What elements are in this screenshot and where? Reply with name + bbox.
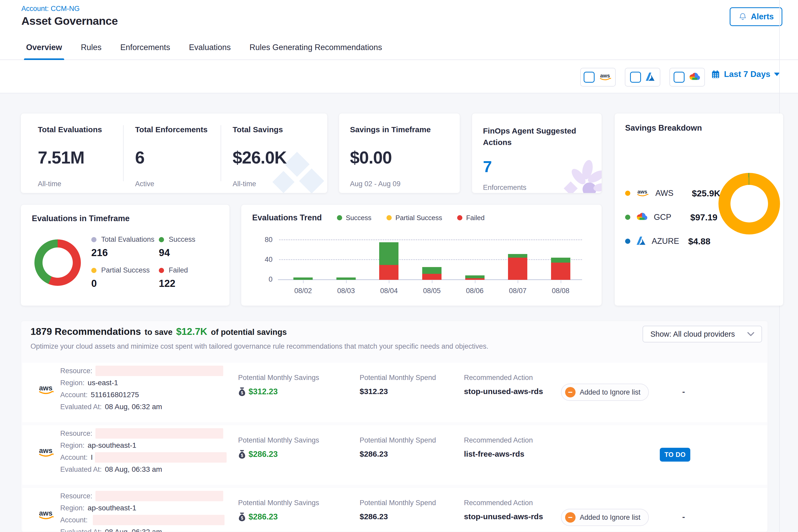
gcp-savings-value: $97.19 bbox=[690, 212, 717, 223]
money-bag-icon: $ bbox=[238, 512, 246, 521]
bell-icon bbox=[738, 12, 747, 21]
money-bag-icon: $ bbox=[238, 450, 246, 459]
bar-failed bbox=[379, 265, 398, 280]
failed-dot bbox=[159, 268, 164, 273]
azure-checkbox[interactable] bbox=[630, 72, 641, 83]
savings-timeframe-sub: Aug 02 - Aug 09 bbox=[350, 180, 454, 188]
total-savings-label: Total Savings bbox=[233, 125, 316, 134]
evaluations-in-timeframe-card: Evaluations in Timeframe Total Evaluatio… bbox=[21, 205, 229, 306]
total-evaluations-label: Total Evaluations bbox=[38, 125, 116, 134]
added-to-ignore-list-chip[interactable]: − Added to Ignore list bbox=[561, 384, 649, 401]
asset-governance-page: Account: CCM-NG Asset Governance Alerts … bbox=[0, 0, 798, 532]
recommended-action: Recommended Action list-free-aws-rds bbox=[464, 436, 533, 458]
bar-failed bbox=[508, 258, 527, 280]
tab-evaluations[interactable]: Evaluations bbox=[189, 35, 230, 60]
x-axis-tick bbox=[475, 280, 475, 283]
total-savings-sub: All-time bbox=[233, 180, 316, 188]
potential-monthly-savings: Potential Monthly Savings $$312.23 bbox=[238, 374, 319, 396]
added-to-ignore-list-chip[interactable]: − Added to Ignore list bbox=[561, 509, 649, 526]
savings-label: Potential Monthly Savings bbox=[238, 436, 319, 444]
finops-sub: Enforcements bbox=[483, 184, 577, 192]
region-label: Region: bbox=[60, 504, 84, 512]
account-value: I bbox=[91, 453, 93, 461]
spend-value: $286.23 bbox=[360, 512, 436, 521]
svg-text:aws: aws bbox=[39, 509, 52, 517]
azure-name: AZURE bbox=[652, 236, 682, 246]
legend-success: Success 94 bbox=[159, 235, 195, 259]
account-label: Account: bbox=[60, 454, 88, 461]
chevron-down-icon bbox=[747, 332, 754, 336]
x-axis-tick bbox=[389, 280, 390, 283]
region-label: Region: bbox=[60, 379, 84, 387]
evaluations-trend-title: Evaluations Trend bbox=[252, 213, 322, 223]
x-axis-tick bbox=[561, 280, 561, 283]
provider-filter-gcp[interactable] bbox=[669, 68, 705, 87]
empty-value-dash: - bbox=[682, 387, 685, 396]
recommendation-row[interactable]: aws Resource: Region:ap-southeast-1 Acco… bbox=[22, 488, 767, 532]
tab-rules-generating-recommendations[interactable]: Rules Generating Recommendations bbox=[250, 35, 382, 60]
x-axis-label: 08/03 bbox=[325, 287, 368, 295]
evaluated-at-label: Evaluated At: bbox=[60, 528, 102, 532]
provider-filter-azure[interactable] bbox=[625, 68, 660, 87]
bar-failed bbox=[551, 263, 570, 280]
recommendations-tail-text: of potential savings bbox=[211, 327, 287, 337]
tab-overview[interactable]: Overview bbox=[26, 35, 62, 60]
account-value: 511616801275 bbox=[91, 391, 139, 399]
legend-value: 122 bbox=[159, 278, 188, 289]
legend-label: Success bbox=[169, 235, 195, 244]
aws-checkbox[interactable] bbox=[584, 72, 594, 83]
recommendations-subtitle: Optimize your cloud assets and minimize … bbox=[31, 342, 489, 350]
evaluated-at-value: 08 Aug, 06:32 am bbox=[105, 403, 162, 411]
bar-group-08/02: 08/02 bbox=[282, 238, 325, 280]
gcp-checkbox[interactable] bbox=[673, 72, 685, 83]
recommendations-mid-text: to save bbox=[145, 327, 173, 337]
legend-value: 94 bbox=[159, 247, 195, 259]
x-axis-label: 08/08 bbox=[539, 287, 582, 295]
tab-enforcements[interactable]: Enforcements bbox=[120, 35, 170, 60]
gcp-legend-dot bbox=[625, 215, 630, 220]
action-label: Recommended Action bbox=[464, 499, 543, 507]
svg-text:$: $ bbox=[241, 516, 243, 520]
redacted-account bbox=[95, 452, 227, 463]
aws-logo-icon: aws bbox=[599, 72, 612, 82]
tab-bar: Overview Rules Enforcements Evaluations … bbox=[0, 35, 798, 60]
redacted-resource bbox=[95, 366, 223, 376]
account-breadcrumb-link[interactable]: Account: CCM-NG bbox=[21, 5, 80, 13]
resource-label: Resource: bbox=[60, 430, 92, 438]
savings-in-timeframe-card: Savings in Timeframe $0.00 Aug 02 - Aug … bbox=[339, 113, 460, 193]
savings-label: Potential Monthly Savings bbox=[238, 374, 319, 382]
resource-label: Resource: bbox=[60, 367, 92, 375]
savings-breakdown-title: Savings Breakdown bbox=[625, 124, 702, 133]
gcp-logo-icon bbox=[636, 212, 648, 223]
recommendations-section: 1879 Recommendations to save $12.7K of p… bbox=[21, 321, 768, 532]
action-value: stop-unused-aws-rds bbox=[464, 512, 543, 521]
bar-failed bbox=[422, 274, 441, 280]
bar-success bbox=[422, 267, 441, 274]
savings-label: Potential Monthly Savings bbox=[238, 499, 319, 507]
recommended-action: Recommended Action stop-unused-aws-rds bbox=[464, 499, 543, 521]
alerts-button[interactable]: Alerts bbox=[730, 7, 782, 26]
minus-circle-icon: − bbox=[565, 512, 575, 522]
region-label: Region: bbox=[60, 441, 84, 450]
recommendation-row[interactable]: aws Resource: Region:ap-southeast-1 Acco… bbox=[22, 425, 767, 485]
minus-circle-icon: − bbox=[565, 387, 575, 397]
bar-group-08/07: 08/07 bbox=[496, 238, 539, 280]
partial-success-dot bbox=[386, 215, 392, 220]
region-value: us-east-1 bbox=[88, 379, 118, 387]
aws-name: AWS bbox=[656, 189, 686, 198]
legend-label: Success bbox=[346, 214, 372, 222]
recommendation-row[interactable]: aws Resource: Region:us-east-1 Account:5… bbox=[22, 363, 767, 422]
cloud-provider-filter-dropdown[interactable]: Show: All cloud providers bbox=[643, 326, 762, 342]
x-axis-label: 08/07 bbox=[496, 287, 539, 295]
provider-filter-aws[interactable]: aws bbox=[580, 68, 616, 87]
date-range-selector[interactable]: Last 7 Days bbox=[711, 69, 780, 79]
bar-success bbox=[551, 258, 570, 263]
potential-monthly-savings: Potential Monthly Savings $$286.23 bbox=[238, 436, 319, 459]
calendar-icon bbox=[711, 70, 720, 79]
action-value: stop-unused-aws-rds bbox=[464, 387, 543, 396]
spend-label: Potential Monthly Spend bbox=[360, 374, 436, 382]
tab-rules[interactable]: Rules bbox=[81, 35, 101, 60]
aws-legend-dot bbox=[625, 191, 630, 196]
totals-stat-card: Total Evaluations 7.51M All-time Total E… bbox=[21, 113, 327, 193]
savings-timeframe-label: Savings in Timeframe bbox=[350, 125, 454, 134]
